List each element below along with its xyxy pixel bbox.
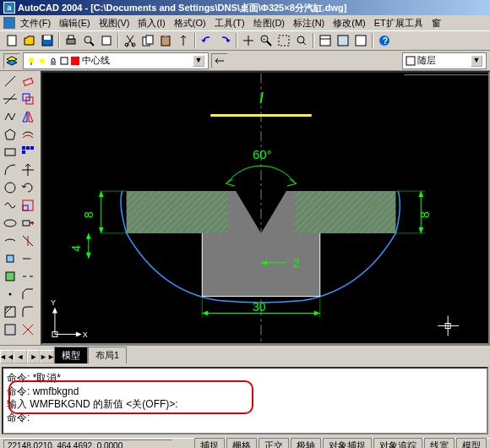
label-I: I bbox=[259, 90, 264, 107]
tab-model[interactable]: 模型 bbox=[54, 347, 88, 363]
region-tool[interactable] bbox=[2, 321, 19, 338]
menu-view[interactable]: 视图(V) bbox=[95, 16, 133, 30]
xline-tool[interactable] bbox=[2, 90, 19, 107]
menu-dimension[interactable]: 标注(N) bbox=[290, 16, 328, 30]
match-button[interactable] bbox=[175, 32, 192, 49]
svg-line-6 bbox=[90, 42, 94, 46]
svg-point-5 bbox=[84, 36, 91, 43]
color-combo[interactable]: 随层 ▼ bbox=[402, 52, 487, 69]
snap-toggle[interactable]: 捕捉 bbox=[194, 438, 225, 448]
svg-point-28 bbox=[40, 58, 45, 63]
hatch-tool[interactable] bbox=[2, 303, 19, 320]
zoom-window-button[interactable] bbox=[275, 32, 292, 49]
plot-icon bbox=[60, 57, 68, 65]
menu-edit[interactable]: 编辑(E) bbox=[56, 16, 94, 30]
lwt-toggle[interactable]: 线宽 bbox=[424, 438, 455, 448]
publish-button[interactable] bbox=[98, 32, 115, 49]
help-button[interactable]: ? bbox=[376, 32, 393, 49]
command-window[interactable]: 命令: *取消* 命令: wmfbkgnd 输入 WMFBKGND 的新值 <关… bbox=[2, 367, 488, 434]
menu-et[interactable]: ET扩展工具 bbox=[371, 16, 427, 30]
svg-text:Y: Y bbox=[51, 298, 56, 307]
open-button[interactable] bbox=[21, 32, 38, 49]
chamfer-tool[interactable] bbox=[19, 286, 36, 303]
explode-tool[interactable] bbox=[19, 321, 36, 338]
mirror-tool[interactable] bbox=[19, 108, 36, 125]
insert-tool[interactable] bbox=[2, 250, 19, 267]
spline-tool[interactable] bbox=[2, 197, 19, 214]
fillet-tool[interactable] bbox=[19, 303, 36, 320]
preview-button[interactable] bbox=[80, 32, 97, 49]
svg-rect-51 bbox=[7, 255, 14, 262]
svg-rect-32 bbox=[406, 57, 415, 65]
doc-icon bbox=[3, 17, 15, 29]
drawing-canvas[interactable]: I 60° 8 bbox=[41, 71, 490, 345]
menu-tools[interactable]: 工具(T) bbox=[211, 16, 248, 30]
layer-prev-button[interactable] bbox=[211, 53, 228, 68]
undo-button[interactable] bbox=[199, 32, 215, 49]
menu-modify[interactable]: 修改(M) bbox=[329, 16, 369, 30]
space-toggle[interactable]: 模型 bbox=[456, 438, 487, 448]
ortho-toggle[interactable]: 正交 bbox=[259, 438, 289, 448]
trim-tool[interactable] bbox=[19, 232, 36, 249]
pline-tool[interactable] bbox=[2, 108, 19, 125]
osnap-toggle[interactable]: 对象捕捉 bbox=[323, 438, 372, 448]
menu-file[interactable]: 文件(F) bbox=[17, 16, 54, 30]
move-tool[interactable] bbox=[19, 161, 36, 178]
cut-button[interactable] bbox=[122, 32, 139, 49]
dropdown-arrow-icon[interactable]: ▼ bbox=[471, 55, 482, 67]
menu-draw[interactable]: 绘图(D) bbox=[250, 16, 288, 30]
sun-icon bbox=[38, 57, 46, 65]
polygon-tool[interactable] bbox=[2, 126, 19, 143]
layer-combo[interactable]: 中心线 ▼ bbox=[23, 52, 209, 69]
scale-tool[interactable] bbox=[19, 197, 36, 214]
paste-button[interactable] bbox=[157, 32, 174, 49]
break-tool[interactable] bbox=[19, 268, 36, 285]
offset-tool[interactable] bbox=[19, 126, 36, 143]
tab-last[interactable]: ►► bbox=[41, 350, 54, 363]
props-button[interactable] bbox=[317, 32, 334, 49]
otrack-toggle[interactable]: 对象追踪 bbox=[373, 438, 422, 448]
new-button[interactable] bbox=[3, 32, 20, 49]
grid-toggle[interactable]: 栅格 bbox=[226, 438, 257, 448]
rectangle-tool[interactable] bbox=[2, 144, 19, 161]
tab-prev[interactable]: ◄ bbox=[14, 350, 27, 363]
menu-insert[interactable]: 插入(I) bbox=[134, 16, 168, 30]
copy-button[interactable] bbox=[139, 32, 156, 49]
dropdown-arrow-icon[interactable]: ▼ bbox=[193, 55, 204, 67]
svg-rect-27 bbox=[30, 63, 32, 65]
palette-button[interactable] bbox=[352, 32, 369, 49]
ellipse-arc-tool[interactable] bbox=[2, 232, 19, 249]
menu-window[interactable]: 窗 bbox=[428, 16, 444, 30]
copy-tool[interactable] bbox=[19, 90, 36, 107]
erase-tool[interactable] bbox=[19, 73, 36, 90]
array-tool[interactable] bbox=[19, 144, 36, 161]
print-button[interactable] bbox=[63, 32, 79, 49]
layer-manager-button[interactable] bbox=[3, 53, 20, 68]
tab-next[interactable]: ► bbox=[27, 350, 41, 363]
stretch-tool[interactable] bbox=[19, 215, 36, 232]
arc-tool[interactable] bbox=[2, 161, 19, 178]
point-tool[interactable] bbox=[2, 286, 19, 303]
tab-first[interactable]: ◄◄ bbox=[0, 350, 14, 363]
ellipse-tool[interactable] bbox=[2, 215, 19, 232]
svg-rect-43 bbox=[22, 150, 25, 154]
zoom-realtime-button[interactable]: + bbox=[258, 32, 275, 49]
pan-button[interactable] bbox=[240, 32, 257, 49]
svg-text:X: X bbox=[83, 331, 88, 339]
line-tool[interactable] bbox=[2, 73, 19, 90]
polar-toggle[interactable]: 极轴 bbox=[291, 438, 321, 448]
circle-tool[interactable] bbox=[2, 179, 19, 196]
rotate-tool[interactable] bbox=[19, 179, 36, 196]
designcenter-button[interactable] bbox=[335, 32, 351, 49]
crosshair-icon bbox=[438, 316, 459, 336]
tab-layout1[interactable]: 布局1 bbox=[88, 347, 127, 363]
svg-line-15 bbox=[267, 41, 271, 46]
menu-format[interactable]: 格式(O) bbox=[171, 16, 210, 30]
extend-tool[interactable] bbox=[19, 250, 36, 267]
redo-button[interactable] bbox=[216, 32, 233, 49]
svg-rect-20 bbox=[320, 36, 330, 46]
save-button[interactable] bbox=[39, 32, 56, 49]
svg-text:?: ? bbox=[383, 36, 388, 46]
block-tool[interactable] bbox=[2, 268, 19, 285]
zoom-prev-button[interactable] bbox=[293, 32, 310, 49]
